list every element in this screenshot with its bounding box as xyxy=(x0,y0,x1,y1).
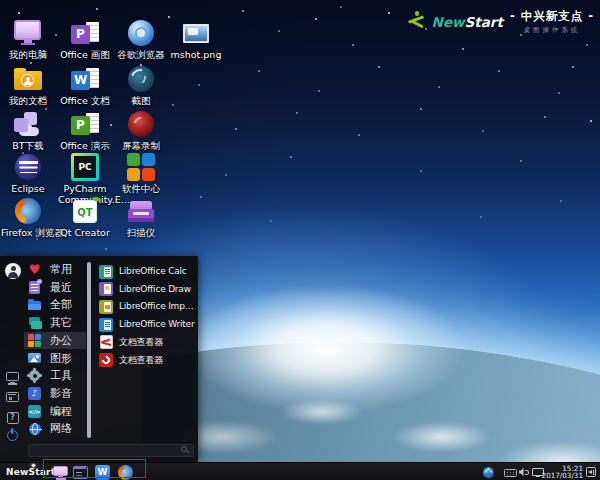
logo-name-new: New xyxy=(432,14,465,30)
logo-name-start: Start xyxy=(465,14,503,30)
menu-scrollbar[interactable] xyxy=(87,262,91,438)
office-draw-icon: P xyxy=(68,18,102,48)
power-button-icon[interactable] xyxy=(6,428,20,442)
libreoffice-writer-icon xyxy=(99,318,113,332)
app-libreoffice-writer[interactable]: LibreOffice Writer xyxy=(96,316,196,333)
rail-window-icon[interactable] xyxy=(6,391,20,405)
category-label: 最近 xyxy=(50,281,72,294)
screen-recorder-icon xyxy=(124,109,158,139)
pdf-viewer-icon xyxy=(99,353,113,367)
volume-icon[interactable] xyxy=(519,468,530,477)
menu-category-favorites[interactable]: ♥ 常用 xyxy=(24,261,86,278)
desktop-icon-label: Office 演示 xyxy=(58,140,112,151)
menu-category-media[interactable]: ♪ 影音 xyxy=(24,385,86,402)
app-libreoffice-calc[interactable]: LibreOffice Calc xyxy=(96,263,196,280)
newstart-figure-icon xyxy=(408,11,425,33)
graphics-icon xyxy=(28,352,41,365)
office-document-icon: W xyxy=(68,64,102,94)
eclipse-icon xyxy=(11,152,45,182)
media-icon: ♪ xyxy=(28,387,41,400)
taskbar-firefox-icon[interactable] xyxy=(118,465,134,480)
libreoffice-calc-icon xyxy=(99,265,113,279)
app-label: LibreOffice Draw xyxy=(119,284,191,295)
desktop-icon-my-computer[interactable]: 我的电脑 xyxy=(1,18,55,60)
logo-cn-title: - 中兴新支点 - xyxy=(510,9,594,24)
recent-icon xyxy=(28,281,41,294)
show-desktop-icon[interactable] xyxy=(586,467,596,477)
keyboard-icon[interactable] xyxy=(504,469,517,477)
menu-category-recent[interactable]: 最近 xyxy=(24,279,86,296)
desktop-icon-office-document[interactable]: W Office 文档 xyxy=(58,64,112,106)
desktop-icon-scanner[interactable]: 扫描仪 xyxy=(114,196,168,238)
desktop-icon-eclipse[interactable]: Eclipse xyxy=(1,152,55,194)
clock[interactable]: 15:21 2017/03/31 xyxy=(542,465,583,480)
desktop-icon-bt-download[interactable]: BT下载 xyxy=(1,109,55,151)
desktop-icon-label: Qt Creator xyxy=(58,227,112,238)
menu-category-tools[interactable]: 工具 xyxy=(24,367,86,384)
desktop-icon-label: 我的电脑 xyxy=(1,49,55,60)
rail-display-icon[interactable] xyxy=(6,371,20,385)
bt-download-icon xyxy=(11,109,45,139)
menu-category-dev[interactable]: </> 编程 xyxy=(24,403,86,420)
desktop-icon-label: Office 文档 xyxy=(58,95,112,106)
app-label: LibreOffice Writer xyxy=(119,319,194,330)
app-label: 文档查看器 xyxy=(119,355,163,366)
desktop-icon-label: 谷歌浏览器 xyxy=(114,49,168,60)
desktop-icon-screen-recorder[interactable]: 屏幕录制 xyxy=(114,109,168,151)
fcitx-input-icon[interactable] xyxy=(483,467,494,478)
menu-category-other[interactable]: 其它 xyxy=(24,314,86,331)
desktop-icon-software-center[interactable]: 软件中心 xyxy=(114,152,168,194)
stars xyxy=(0,0,2,2)
app-label: LibreOffice Calc xyxy=(119,266,187,277)
office-grid-icon xyxy=(28,334,41,347)
document-viewer-icon xyxy=(99,335,113,349)
taskbar-terminal-icon[interactable] xyxy=(73,465,89,480)
libreoffice-draw-icon xyxy=(99,282,113,296)
taskbar-display-settings-icon[interactable] xyxy=(53,465,69,480)
all-apps-icon xyxy=(28,298,41,311)
desktop-icon-my-documents[interactable]: 我的文档 xyxy=(1,64,55,106)
pycharm-icon: PC xyxy=(68,152,102,182)
image-file-icon xyxy=(179,18,213,48)
menu-category-graphics[interactable]: 图形 xyxy=(24,350,86,367)
chrome-browser-icon xyxy=(124,18,158,48)
my-computer-icon xyxy=(11,18,45,48)
start-button[interactable]: NewStart xyxy=(6,467,55,477)
desktop-icon-label: Office 画图 xyxy=(58,49,112,60)
os-logo: NewStart - 中兴新支点 - 桌面操作系统 xyxy=(408,9,594,35)
app-document-viewer[interactable]: 文档查看器 xyxy=(96,334,196,351)
start-menu-panel: ? ♥ 常用 最近 全部 其它 办公 图形 工具 xyxy=(0,256,198,462)
menu-category-all[interactable]: 全部 xyxy=(24,296,86,313)
desktop-icon-office-draw[interactable]: P Office 画图 xyxy=(58,18,112,60)
search-input[interactable] xyxy=(28,444,194,457)
desktop-icon-screenshot[interactable]: 截图 xyxy=(114,64,168,106)
taskbar-word-processor-icon[interactable]: W xyxy=(95,465,111,480)
category-label: 图形 xyxy=(50,352,72,365)
other-icon xyxy=(28,316,41,329)
desktop-icon-chrome[interactable]: 谷歌浏览器 xyxy=(114,18,168,60)
app-label: 文档查看器 xyxy=(119,337,163,348)
search-icon xyxy=(181,446,188,453)
scanner-icon xyxy=(124,196,158,226)
code-icon: </> xyxy=(28,405,41,418)
libreoffice-impress-icon xyxy=(99,300,113,314)
rail-help-icon[interactable]: ? xyxy=(6,411,20,425)
qt-creator-icon: QT xyxy=(68,196,102,226)
app-pdf-viewer[interactable]: 文档查看器 xyxy=(96,352,196,369)
category-label: 常用 xyxy=(50,263,72,276)
category-label: 编程 xyxy=(50,405,72,418)
menu-category-office[interactable]: 办公 xyxy=(24,332,86,349)
user-avatar[interactable] xyxy=(5,263,21,279)
app-libreoffice-impress[interactable]: LibreOffice Imp… xyxy=(96,298,196,315)
firefox-icon xyxy=(11,196,45,226)
desktop-icon-mshot-png[interactable]: mshot.png xyxy=(169,18,223,60)
desktop-icon-qt-creator[interactable]: QT Qt Creator xyxy=(58,196,112,238)
network-globe-icon xyxy=(28,422,41,435)
desktop-icon-office-presentation[interactable]: P Office 演示 xyxy=(58,109,112,151)
desktop: 我的电脑 P Office 画图 谷歌浏览器 mshot.png 我的文档 W … xyxy=(0,0,600,480)
app-libreoffice-draw[interactable]: LibreOffice Draw xyxy=(96,281,196,298)
desktop-icon-label: 屏幕录制 xyxy=(114,140,168,151)
menu-category-network[interactable]: 网络 xyxy=(24,420,86,437)
earth-clouds xyxy=(142,342,600,480)
desktop-icon-firefox[interactable]: Firefox 浏览器 xyxy=(1,196,55,238)
